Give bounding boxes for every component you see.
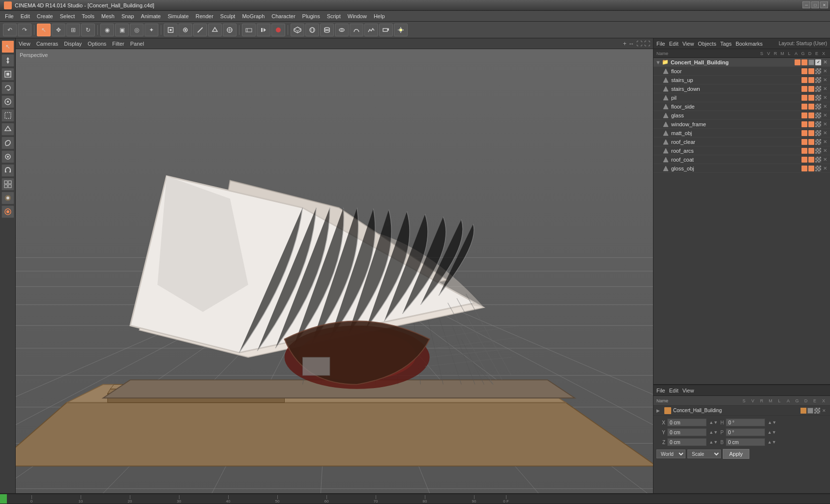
- space-dropdown[interactable]: World Object: [656, 449, 685, 458]
- viewport-plus-icon[interactable]: +: [623, 40, 626, 47]
- objects-edit-menu[interactable]: Edit: [669, 41, 679, 47]
- viewport-menu-filter[interactable]: Filter: [112, 41, 124, 47]
- menu-item-window[interactable]: Window: [345, 12, 370, 20]
- viewport-menu-view[interactable]: View: [19, 41, 30, 47]
- viewport-fit-icon[interactable]: ⛶: [644, 40, 650, 47]
- left-tool-move[interactable]: [1, 54, 14, 67]
- obj-row-stairs_up[interactable]: stairs_up ✕: [653, 76, 830, 84]
- menu-item-file[interactable]: File: [2, 12, 17, 20]
- left-tool-lasso[interactable]: [1, 137, 14, 149]
- viewport-3d[interactable]: Perspective: [16, 49, 653, 493]
- layout-dropdown-area[interactable]: Layout: Startup (User): [779, 41, 827, 46]
- left-tool-magnet[interactable]: [1, 164, 14, 177]
- light-button[interactable]: [394, 24, 408, 36]
- apply-button[interactable]: Apply: [723, 449, 749, 459]
- viewport-menu-cameras[interactable]: Cameras: [36, 41, 59, 47]
- camera-button[interactable]: [379, 24, 393, 36]
- maximize-button[interactable]: □: [811, 1, 819, 8]
- menu-item-sculpt[interactable]: Sculpt: [217, 12, 238, 20]
- coord-y-pos-input[interactable]: [667, 428, 707, 436]
- coord-z-pos-input[interactable]: [667, 438, 707, 446]
- close-button[interactable]: ✕: [820, 1, 828, 8]
- redo-button[interactable]: ↷: [18, 24, 31, 36]
- obj-row-glass[interactable]: glass ✕: [653, 111, 830, 120]
- left-tool-cursor[interactable]: ↖: [1, 40, 14, 53]
- obj-row-floor[interactable]: floor ✕: [653, 67, 830, 76]
- poly-selection-button[interactable]: ◎: [130, 24, 144, 36]
- menu-item-tools[interactable]: Tools: [79, 12, 97, 20]
- menu-item-mograph[interactable]: MoGraph: [239, 12, 267, 20]
- menu-item-render[interactable]: Render: [193, 12, 216, 20]
- obj-row-window_frame[interactable]: window_frame ✕: [653, 120, 830, 129]
- landscape-button[interactable]: [364, 24, 378, 36]
- point-mode-button[interactable]: [178, 24, 192, 36]
- cylinder-button[interactable]: [320, 24, 334, 36]
- play-forward-button[interactable]: [257, 24, 270, 36]
- menu-item-character[interactable]: Character: [268, 12, 298, 20]
- menu-item-select[interactable]: Select: [57, 12, 78, 20]
- menu-item-script[interactable]: Script: [324, 12, 344, 20]
- coord-y-rot-input[interactable]: [726, 428, 765, 436]
- obj-row-gloss_obj[interactable]: gloss_obj ✕: [653, 164, 830, 173]
- obj-row-pil[interactable]: pil ✕: [653, 93, 830, 102]
- attr-file-menu[interactable]: File: [656, 388, 665, 393]
- coord-x-pos-input[interactable]: [667, 419, 707, 426]
- rotate-tool-button[interactable]: ↻: [81, 24, 95, 36]
- left-tool-soft[interactable]: [1, 192, 14, 204]
- viewport-menu-options[interactable]: Options: [88, 41, 106, 47]
- cursor-tool-button[interactable]: ↖: [37, 24, 51, 36]
- coord-z-size-input[interactable]: [726, 438, 765, 446]
- left-tool-poly[interactable]: [1, 123, 14, 136]
- obj-row-stairs_down[interactable]: stairs_down ✕: [653, 84, 830, 93]
- bookmarks-menu[interactable]: Bookmarks: [736, 41, 763, 47]
- timeline-button[interactable]: [242, 24, 256, 36]
- obj-row-roof_arcs[interactable]: roof_arcs ✕: [653, 146, 830, 155]
- sphere-button[interactable]: [305, 24, 319, 36]
- menu-item-create[interactable]: Create: [34, 12, 56, 20]
- left-tool-scale[interactable]: [1, 68, 14, 81]
- record-button[interactable]: [271, 24, 285, 36]
- obj-row-root[interactable]: ▼ 📁 Concert_Hall_Building ✓ ✕: [653, 58, 830, 67]
- undo-button[interactable]: ↶: [3, 24, 17, 36]
- attr-view-menu[interactable]: View: [682, 388, 694, 393]
- viewport-zoom-icon[interactable]: ⛶: [636, 40, 642, 47]
- coord-x-rot-input[interactable]: [726, 419, 765, 426]
- menu-item-animate[interactable]: Animate: [138, 12, 164, 20]
- obj-row-roof_coat[interactable]: roof_coat ✕: [653, 155, 830, 164]
- obj-row-matt_obj[interactable]: matt_obj ✕: [653, 129, 830, 138]
- menu-item-simulate[interactable]: Simulate: [165, 12, 192, 20]
- attr-edit-menu[interactable]: Edit: [669, 388, 679, 393]
- menu-item-mesh[interactable]: Mesh: [98, 12, 118, 20]
- tags-menu[interactable]: Tags: [720, 41, 732, 47]
- torus-button[interactable]: [335, 24, 349, 36]
- left-tool-last[interactable]: [1, 205, 14, 218]
- viewport-move-icon[interactable]: ↔: [628, 40, 634, 47]
- obj-row-roof_clear[interactable]: roof_clear ✕: [653, 138, 830, 146]
- obj-row-floor_side[interactable]: floor_side ✕: [653, 102, 830, 111]
- spline-button[interactable]: [350, 24, 363, 36]
- attr-root-row[interactable]: ▶ Concert_Hall_Building ✕: [653, 406, 830, 416]
- polygon-mode-button[interactable]: [208, 24, 222, 36]
- left-tool-select1[interactable]: [1, 95, 14, 108]
- scale-tool-button[interactable]: ⊞: [66, 24, 80, 36]
- cube-button[interactable]: [291, 24, 304, 36]
- menu-item-snap[interactable]: Snap: [119, 12, 137, 20]
- object-mode-button[interactable]: [164, 24, 178, 36]
- viewport-menu-display[interactable]: Display: [64, 41, 82, 47]
- texture-mode-button[interactable]: [223, 24, 237, 36]
- viewport-menu-panel[interactable]: Panel: [130, 41, 144, 47]
- minimize-button[interactable]: ─: [802, 1, 810, 8]
- objects-view-menu[interactable]: View: [682, 41, 694, 47]
- left-tool-paint[interactable]: [1, 150, 14, 163]
- menu-item-plugins[interactable]: Plugins: [299, 12, 323, 20]
- loop-selection-button[interactable]: ✦: [145, 24, 158, 36]
- objects-file-menu[interactable]: File: [656, 41, 665, 47]
- menu-item-edit[interactable]: Edit: [18, 12, 33, 20]
- left-tool-rotate[interactable]: [1, 82, 14, 94]
- left-tool-select2[interactable]: [1, 109, 14, 122]
- objects-menu[interactable]: Objects: [698, 41, 716, 47]
- menu-item-help[interactable]: Help: [371, 12, 388, 20]
- move-tool-button[interactable]: ✥: [52, 24, 65, 36]
- left-tool-grid[interactable]: [1, 178, 14, 191]
- mode-dropdown[interactable]: Scale Position Rotation: [687, 449, 721, 458]
